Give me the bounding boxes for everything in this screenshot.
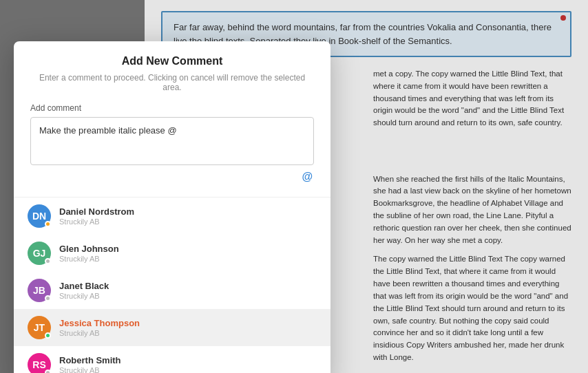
status-dot-glen — [45, 258, 51, 264]
mention-item-glen[interactable]: GJ Glen Johnson Struckily AB — [14, 235, 330, 272]
mention-item-roberth[interactable]: RS Roberth Smith Struckily AB — [14, 346, 330, 373]
mention-name-jessica: Jessica Thompson — [59, 318, 140, 328]
add-comment-label: Add comment — [30, 103, 314, 113]
at-icon-row: @ — [30, 168, 314, 186]
status-dot-jessica — [45, 332, 51, 339]
status-dot-janet — [45, 295, 51, 301]
mention-name-janet: Janet Black — [59, 281, 109, 291]
mention-info-daniel: Daniel Nordstrom Struckily AB — [59, 206, 134, 226]
status-dot-daniel — [45, 221, 51, 227]
mention-item-janet[interactable]: JB Janet Black Struckily AB — [14, 272, 330, 309]
modal-header: Add New Comment Enter a comment to proce… — [14, 41, 330, 92]
comment-textarea[interactable]: Make the preamble italic please @ — [30, 117, 314, 165]
mention-company-jessica: Struckily AB — [59, 329, 140, 337]
avatar-wrapper-janet: JB — [28, 279, 51, 302]
mention-info-glen: Glen Johnson Struckily AB — [59, 244, 119, 263]
mention-dropdown: DN Daniel Nordstrom Struckily AB GJ Glen… — [14, 197, 330, 373]
modal-subtitle: Enter a comment to proceed. Clicking on … — [30, 73, 314, 92]
at-icon: @ — [302, 171, 313, 183]
mention-company-glen: Struckily AB — [59, 255, 119, 263]
avatar-wrapper-glen: GJ — [28, 242, 51, 265]
avatar-wrapper-jessica: JT — [28, 316, 51, 339]
mention-name-glen: Glen Johnson — [59, 244, 119, 254]
avatar-wrapper-roberth: RS — [28, 353, 51, 373]
mention-company-roberth: Struckily AB — [59, 366, 121, 373]
mention-item-jessica[interactable]: JT Jessica Thompson Struckily AB — [14, 309, 330, 346]
mention-name-daniel: Daniel Nordstrom — [59, 206, 134, 217]
mention-item-daniel[interactable]: DN Daniel Nordstrom Struckily AB — [14, 198, 330, 235]
mention-info-roberth: Roberth Smith Struckily AB — [59, 355, 121, 373]
modal-body: Add comment Make the preamble italic ple… — [14, 103, 330, 197]
mention-company-daniel: Struckily AB — [59, 217, 134, 226]
avatar-wrapper-daniel: DN — [28, 204, 51, 228]
modal-title: Add New Comment — [30, 55, 314, 67]
mention-info-jessica: Jessica Thompson Struckily AB — [59, 318, 140, 337]
mention-info-janet: Janet Black Struckily AB — [59, 281, 109, 300]
add-comment-modal: Add New Comment Enter a comment to proce… — [14, 41, 330, 373]
status-dot-roberth — [45, 370, 51, 373]
mention-name-roberth: Roberth Smith — [59, 355, 121, 365]
mention-company-janet: Struckily AB — [59, 292, 109, 300]
